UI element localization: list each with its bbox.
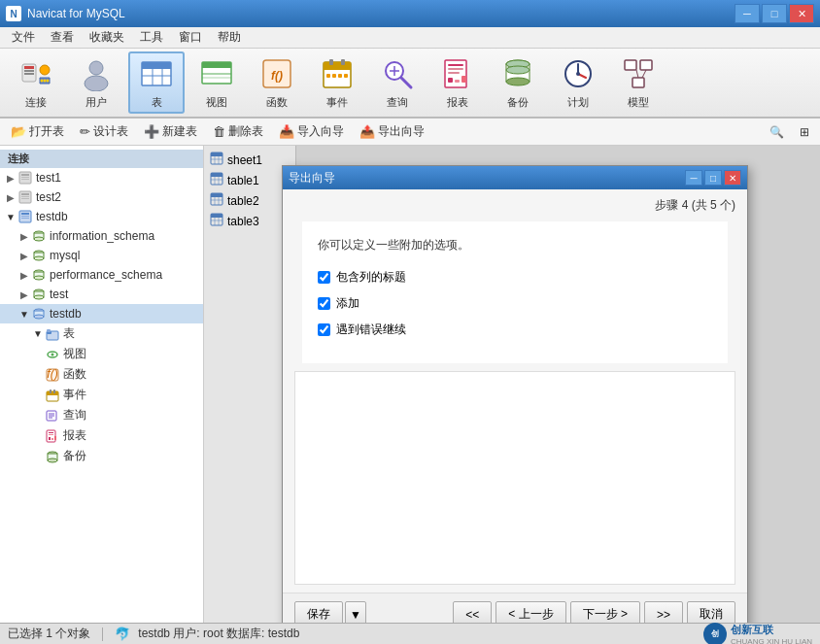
svg-rect-101 bbox=[54, 436, 56, 440]
arrow-icon: ▶ bbox=[17, 251, 31, 261]
sidebar-item-perf-schema[interactable]: ▶ performance_schema bbox=[0, 265, 203, 285]
import-wizard-button[interactable]: 📥 导入向导 bbox=[272, 120, 351, 143]
arrow-icon: ▶ bbox=[31, 451, 45, 461]
dialog-description: 你可以定义一些附加的选项。 bbox=[318, 237, 712, 254]
menu-tools[interactable]: 工具 bbox=[132, 27, 171, 48]
svg-rect-1 bbox=[24, 66, 34, 69]
menu-view[interactable]: 查看 bbox=[43, 27, 82, 48]
checkbox-continue-on-error[interactable] bbox=[318, 323, 330, 336]
title-bar: N Navicat for MySQL ─ □ ✕ bbox=[0, 0, 820, 27]
svg-rect-26 bbox=[332, 74, 336, 78]
svg-point-42 bbox=[506, 78, 530, 85]
toolbar-report[interactable]: 报表 bbox=[429, 51, 486, 114]
dialog-footer: 保存 ▼ << < 上一步 下一步 > >> 取消 bbox=[283, 593, 747, 623]
minimize-button[interactable]: ─ bbox=[735, 4, 760, 23]
new-table-icon: ➕ bbox=[144, 124, 159, 139]
maximize-button[interactable]: □ bbox=[762, 4, 787, 23]
toolbar-func[interactable]: f() 函数 bbox=[249, 51, 305, 114]
save-button[interactable]: 保存 bbox=[294, 601, 343, 623]
toolbar-query[interactable]: 查询 bbox=[369, 51, 426, 114]
brand-sub-text: CHUANG XIN HU LIAN bbox=[731, 637, 812, 645]
arrow-icon: ▶ bbox=[31, 410, 45, 421]
sidebar-item-mysql[interactable]: ▶ mysql bbox=[0, 246, 203, 265]
svg-rect-64 bbox=[21, 216, 29, 217]
sidebar-item-perf-schema-label: performance_schema bbox=[50, 268, 162, 282]
sidebar-item-view-folder[interactable]: ▶ 视图 bbox=[0, 344, 203, 364]
sidebar-item-testdb-root-label: testdb bbox=[36, 210, 68, 223]
toolbar-user[interactable]: 用户 bbox=[68, 51, 124, 114]
sidebar-item-query-folder[interactable]: ▶ 查询 bbox=[0, 405, 203, 425]
sidebar-item-test[interactable]: ▶ test bbox=[0, 285, 203, 304]
save-dropdown-button[interactable]: ▼ bbox=[345, 601, 366, 623]
brand-name-text: 创新互联 bbox=[731, 623, 812, 637]
svg-point-8 bbox=[89, 61, 103, 75]
dialog-title: 导出向导 bbox=[289, 170, 335, 186]
design-table-button[interactable]: ✏ 设计表 bbox=[73, 120, 135, 143]
sidebar-item-test1[interactable]: ▶ test1 bbox=[0, 168, 203, 187]
sidebar-item-report-folder[interactable]: ▶ 报表 bbox=[0, 425, 203, 446]
grid-button[interactable]: ⊞ bbox=[793, 122, 816, 142]
brand-logo-text: 创 bbox=[711, 628, 719, 639]
new-table-button[interactable]: ➕ 新建表 bbox=[137, 120, 204, 143]
sidebar-item-table-folder[interactable]: ▼ 表 bbox=[0, 323, 203, 344]
open-table-icon: 📂 bbox=[11, 124, 26, 139]
schema-icon bbox=[31, 248, 47, 263]
dialog-close-button[interactable]: ✕ bbox=[724, 170, 741, 186]
sidebar-item-test2[interactable]: ▶ test2 bbox=[0, 187, 203, 207]
design-table-label: 设计表 bbox=[93, 123, 128, 140]
menu-file[interactable]: 文件 bbox=[4, 27, 43, 48]
svg-point-104 bbox=[48, 458, 57, 462]
next-button[interactable]: 下一步 > bbox=[570, 601, 640, 623]
cancel-button[interactable]: 取消 bbox=[687, 601, 735, 623]
toolbar-table[interactable]: 表 bbox=[128, 51, 185, 114]
sidebar-item-backup-folder[interactable]: ▶ 备份 bbox=[0, 446, 203, 466]
toolbar-model[interactable]: 模型 bbox=[610, 51, 666, 114]
sidebar-item-event-folder-label: 事件 bbox=[63, 387, 86, 403]
delete-table-icon: 🗑 bbox=[213, 124, 225, 139]
toolbar-event[interactable]: 事件 bbox=[309, 51, 365, 114]
checkbox-append[interactable] bbox=[318, 297, 330, 310]
toolbar-backup[interactable]: 备份 bbox=[490, 51, 546, 114]
arrow-icon: ▶ bbox=[31, 430, 45, 441]
svg-rect-49 bbox=[625, 60, 636, 70]
app-icon: N bbox=[6, 6, 21, 21]
prev-button[interactable]: < 上一步 bbox=[495, 601, 565, 623]
status-db-info: testdb 用户: root 数据库: testdb bbox=[138, 626, 299, 642]
design-table-icon: ✏ bbox=[80, 124, 90, 139]
close-button[interactable]: ✕ bbox=[789, 4, 814, 23]
schema-icon bbox=[31, 287, 47, 302]
toolbar-plan[interactable]: 计划 bbox=[550, 51, 606, 114]
func-icon: f() bbox=[259, 56, 294, 91]
svg-rect-34 bbox=[448, 64, 463, 66]
dialog-maximize-button[interactable]: □ bbox=[704, 170, 722, 186]
menu-window[interactable]: 窗口 bbox=[171, 27, 210, 48]
model-icon bbox=[621, 56, 656, 91]
delete-table-button[interactable]: 🗑 删除表 bbox=[206, 120, 270, 143]
svg-rect-35 bbox=[448, 68, 463, 70]
sidebar-item-testdb-sub[interactable]: ▼ testdb bbox=[0, 304, 203, 323]
sidebar-item-func-folder[interactable]: ▶ f() 函数 bbox=[0, 364, 203, 385]
toolbar-view[interactable]: 视图 bbox=[188, 51, 245, 114]
search-button[interactable]: 🔍 bbox=[763, 122, 791, 142]
checkbox-include-header[interactable] bbox=[318, 271, 330, 284]
db-active-icon bbox=[17, 209, 33, 224]
sidebar-item-event-folder[interactable]: ▶ 事件 bbox=[0, 385, 203, 405]
sidebar-item-info-schema[interactable]: ▶ information_schema bbox=[0, 226, 203, 246]
sidebar-item-testdb-root[interactable]: ▼ testdb bbox=[0, 207, 203, 226]
svg-rect-100 bbox=[51, 438, 53, 440]
status-db-icon: 🐬 bbox=[115, 627, 130, 641]
toolbar-connect[interactable]: 连接 bbox=[8, 51, 64, 114]
svg-rect-50 bbox=[640, 60, 652, 70]
db-icon bbox=[17, 170, 33, 186]
open-table-button[interactable]: 📂 打开表 bbox=[4, 120, 71, 143]
menu-help[interactable]: 帮助 bbox=[210, 27, 249, 48]
menu-favorites[interactable]: 收藏夹 bbox=[82, 27, 132, 48]
dialog-minimize-button[interactable]: ─ bbox=[685, 170, 702, 186]
checkbox-continue-on-error-label: 遇到错误继续 bbox=[336, 322, 406, 338]
export-wizard-button[interactable]: 📤 导出向导 bbox=[353, 120, 431, 143]
first-button[interactable]: << bbox=[453, 601, 492, 623]
last-button[interactable]: >> bbox=[644, 601, 683, 623]
brand-name: 创新互联 CHUANG XIN HU LIAN bbox=[731, 623, 812, 645]
svg-line-53 bbox=[642, 70, 646, 78]
svg-rect-63 bbox=[21, 213, 29, 215]
